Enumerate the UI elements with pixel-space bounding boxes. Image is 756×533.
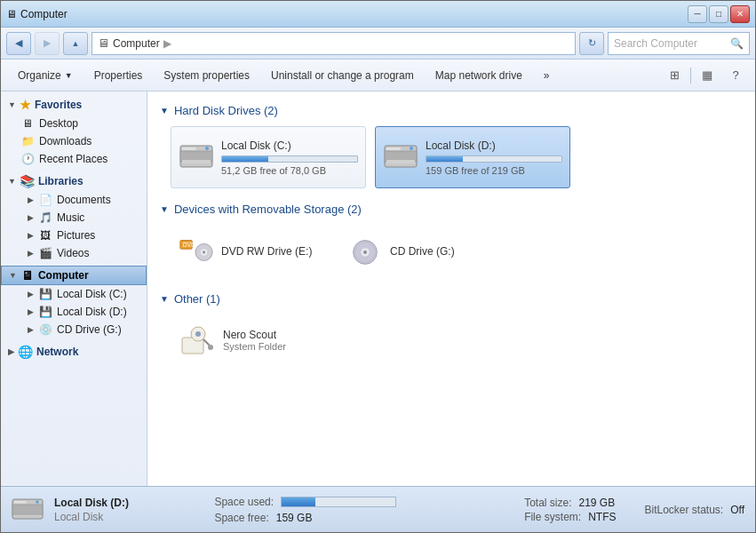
system-properties-label: System properties (163, 69, 250, 82)
window-title: Computer (20, 8, 68, 20)
drive-d-info: Local Disk (D:) 159 GB free of 219 GB (426, 139, 562, 176)
hdd-section-label: Hard Disk Drives (2) (174, 104, 278, 117)
refresh-button[interactable]: ↻ (579, 32, 604, 55)
bitlocker-label: BitLocker status: (644, 504, 723, 516)
properties-label: Properties (94, 69, 143, 82)
close-button[interactable]: ✕ (730, 5, 750, 23)
bitlocker-value: Off (730, 504, 744, 516)
documents-label: Documents (57, 194, 111, 206)
properties-button[interactable]: Properties (84, 63, 153, 88)
videos-label: Videos (57, 247, 89, 259)
total-size-line: Total size: 219 GB (524, 497, 616, 509)
sidebar-item-network[interactable]: ▶ 🌐 Network (1, 342, 147, 362)
favorites-triangle: ▼ (8, 100, 16, 109)
dvd-rw-item[interactable]: DVD DVD RW Drive (E:) (171, 225, 330, 278)
svg-point-3 (205, 147, 209, 150)
sidebar-item-cd-drive[interactable]: ▶ 💿 CD Drive (G:) (1, 321, 147, 338)
status-bar: Local Disk (D:) Local Disk Space used: S… (1, 486, 755, 532)
libraries-icon: 📚 (20, 174, 35, 188)
status-drive-icon (12, 494, 44, 526)
svg-point-28 (36, 500, 39, 504)
organize-label: Organize (18, 69, 61, 82)
status-drive-name: Local Disk (D:) (54, 497, 129, 509)
drive-d-name: Local Disk (D:) (426, 139, 562, 152)
map-drive-button[interactable]: Map network drive (426, 63, 532, 88)
status-info: Local Disk (D:) Local Disk (54, 497, 203, 523)
cd-expand: ▶ (28, 325, 34, 334)
sidebar-item-pictures[interactable]: ▶ 🖼 Pictures (1, 227, 147, 244)
system-properties-button[interactable]: System properties (154, 63, 259, 88)
status-details-right: Total size: 219 GB File system: NTFS (524, 497, 616, 523)
cd-drive-item[interactable]: CD Drive (G:) (339, 225, 499, 278)
svg-rect-7 (386, 147, 401, 150)
sidebar-item-downloads[interactable]: 📁 Downloads (1, 132, 147, 150)
c-expand: ▶ (28, 290, 34, 298)
minimize-button[interactable]: ─ (688, 5, 707, 23)
other-section-triangle: ▼ (160, 294, 169, 304)
space-free-label: Space free: (214, 512, 268, 524)
drive-d-icon (383, 139, 418, 175)
search-box[interactable]: Search Computer 🔍 (608, 32, 750, 55)
recent-places-icon: 🕐 (20, 152, 35, 166)
more-button[interactable]: » (534, 63, 560, 88)
libraries-label: Libraries (38, 175, 84, 187)
removable-header: ▼ Devices with Removable Storage (2) (160, 203, 743, 216)
local-disk-d-label: Local Disk (D:) (57, 306, 127, 318)
network-triangle: ▶ (8, 347, 14, 356)
view-options-button[interactable]: ⊞ (662, 64, 687, 87)
space-used-label: Space used: (214, 496, 274, 508)
maximize-button[interactable]: □ (709, 5, 728, 23)
up-button[interactable]: ▲ (63, 32, 88, 55)
network-section: ▶ 🌐 Network (1, 342, 147, 362)
dvd-name: DVD RW Drive (E:) (221, 245, 322, 258)
title-bar-left: 🖥 Computer (6, 8, 68, 20)
status-line-2: Local Disk (54, 511, 203, 523)
cd-icon (347, 234, 383, 269)
favorites-header[interactable]: ▼ ★ Favorites (1, 95, 147, 115)
change-view-button[interactable]: ▦ (695, 64, 720, 87)
sidebar-item-desktop[interactable]: 🖥 Desktop (1, 115, 147, 132)
help-button[interactable]: ? (723, 64, 748, 87)
nero-scout-info: Nero Scout System Folder (223, 329, 286, 352)
cd-drive-label: CD Drive (G:) (57, 323, 122, 336)
pictures-expand: ▶ (28, 231, 34, 240)
computer-icon: 🖥 (21, 268, 34, 282)
sidebar-item-documents[interactable]: ▶ 📄 Documents (1, 191, 147, 209)
dvd-icon: DVD (179, 234, 214, 269)
nero-scout-name: Nero Scout (223, 329, 286, 341)
other-header: ▼ Other (1) (160, 292, 743, 306)
sidebar-item-music[interactable]: ▶ 🎵 Music (1, 209, 147, 227)
libraries-section: ▼ 📚 Libraries ▶ 📄 Documents ▶ 🎵 Music ▶ … (1, 171, 147, 262)
organize-button[interactable]: Organize ▼ (8, 63, 83, 88)
removable-grid: DVD DVD RW Drive (E:) (171, 225, 743, 278)
music-icon: 🎵 (38, 211, 52, 225)
desktop-icon: 🖥 (20, 116, 35, 131)
drive-c-item[interactable]: Local Disk (C:) 51,2 GB free of 78,0 GB (171, 126, 366, 188)
nero-scout-item[interactable]: Nero Scout System Folder (171, 314, 348, 366)
uninstall-label: Uninstall or change a program (271, 69, 414, 82)
drive-d-free: 159 GB free of 219 GB (426, 165, 562, 176)
drive-d-item[interactable]: Local Disk (D:) 159 GB free of 219 GB (375, 126, 570, 188)
sidebar-item-computer[interactable]: ▼ 🖥 Computer (1, 266, 147, 285)
back-button[interactable]: ◀ (6, 32, 31, 55)
toolbar-divider (690, 68, 691, 84)
sidebar-item-local-disk-c[interactable]: ▶ 💾 Local Disk (C:) (1, 285, 147, 303)
svg-point-22 (195, 331, 201, 337)
forward-button[interactable]: ▶ (35, 32, 60, 55)
libraries-triangle: ▼ (8, 177, 16, 186)
svg-rect-27 (14, 501, 27, 504)
local-disk-d-icon: 💾 (38, 305, 52, 319)
drive-c-fill (222, 156, 268, 162)
uninstall-button[interactable]: Uninstall or change a program (261, 63, 424, 88)
address-input[interactable]: 🖥 Computer ▶ (92, 32, 576, 55)
toolbar-right: ⊞ ▦ ? (662, 64, 748, 87)
libraries-header[interactable]: ▼ 📚 Libraries (1, 171, 147, 191)
downloads-icon: 📁 (20, 134, 35, 148)
sidebar-item-recent-places[interactable]: 🕐 Recent Places (1, 150, 147, 168)
more-label: » (544, 69, 550, 82)
sidebar-item-local-disk-d[interactable]: ▶ 💾 Local Disk (D:) (1, 303, 147, 321)
sidebar-item-videos[interactable]: ▶ 🎬 Videos (1, 244, 147, 262)
pictures-icon: 🖼 (38, 228, 52, 243)
drives-grid: Local Disk (C:) 51,2 GB free of 78,0 GB (171, 126, 743, 188)
svg-rect-4 (182, 160, 211, 163)
